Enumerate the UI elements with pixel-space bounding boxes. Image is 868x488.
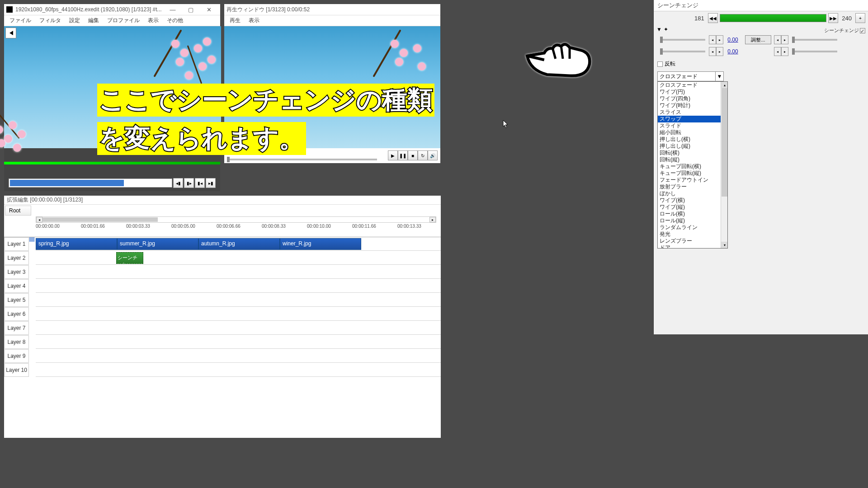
layer-row[interactable]: [36, 307, 441, 321]
transition-option[interactable]: ワイプ(円): [658, 89, 721, 95]
transition-option[interactable]: 回転(縦): [658, 156, 721, 163]
layer-row[interactable]: シーンチェン: [36, 251, 441, 265]
audio-button[interactable]: 🔊: [428, 150, 438, 160]
param2b-inc[interactable]: ▸: [781, 47, 788, 56]
layer-row[interactable]: spring_R.jpgsummer_R.jpgautumn_R.jpgwine…: [36, 237, 441, 251]
transition-select[interactable]: クロスフェード ▼: [657, 71, 724, 81]
dropdown-scrollbar[interactable]: ▴ ▾: [721, 82, 727, 248]
layer-header[interactable]: Layer 4: [4, 279, 29, 293]
pause-button[interactable]: ❚❚: [398, 150, 408, 160]
layer-row[interactable]: [36, 321, 441, 335]
reverse-checkbox[interactable]: [657, 61, 663, 67]
dropdown-icon[interactable]: ▼: [715, 72, 723, 81]
layer-row[interactable]: [36, 335, 441, 349]
param1-inc[interactable]: ▸: [716, 35, 723, 44]
transition-option[interactable]: クロスフェード: [658, 82, 721, 89]
transition-option[interactable]: ワイプ(時計): [658, 102, 721, 109]
scenechange-clip[interactable]: シーンチェン: [116, 252, 143, 264]
param2b-slider[interactable]: [792, 51, 837, 52]
goto-end-button[interactable]: ▸▮: [206, 178, 216, 188]
scroll-down-icon[interactable]: ▾: [721, 242, 728, 248]
transition-option[interactable]: 放射ブラー: [658, 183, 721, 190]
frame-add-button[interactable]: +: [855, 13, 865, 23]
layer-row[interactable]: [36, 293, 441, 307]
transition-option[interactable]: 発光: [658, 231, 721, 238]
transition-option[interactable]: 押し出し(縦): [658, 143, 721, 150]
param1-dec[interactable]: ◂: [709, 35, 716, 44]
prev-frame-button[interactable]: ◂▮: [173, 178, 183, 188]
transition-option[interactable]: フェードアウトイン: [658, 177, 721, 183]
menu-settings[interactable]: 設定: [66, 15, 84, 26]
reverse-row[interactable]: 反転: [654, 57, 868, 70]
timeline-ruler[interactable]: 00:00:00.0000:00:01.6600:00:03.3300:00:0…: [4, 224, 441, 237]
scroll-left-icon[interactable]: ◂: [36, 217, 42, 222]
param1-value[interactable]: 0.00: [723, 37, 742, 43]
minimize-button[interactable]: —: [164, 5, 182, 14]
menu-filter[interactable]: フィルタ: [36, 15, 65, 26]
layer-header[interactable]: Layer 2: [4, 251, 29, 265]
param1-slider[interactable]: [660, 39, 705, 41]
timeline-clip[interactable]: spring_R.jpg: [36, 238, 117, 250]
timeline-hscroll[interactable]: ◂ ▸: [36, 216, 436, 223]
timeline-clip[interactable]: autumn_R.jpg: [198, 238, 280, 250]
rewind-start-button[interactable]: [5, 28, 16, 38]
goto-start-button[interactable]: ▮◂: [195, 178, 205, 188]
menu-view[interactable]: 表示: [144, 15, 162, 26]
layer-header[interactable]: Layer 7: [4, 321, 29, 335]
transition-option[interactable]: ぼかし: [658, 190, 721, 197]
layer-header[interactable]: Layer 1: [4, 237, 29, 251]
layer-header[interactable]: Layer 9: [4, 349, 29, 363]
menu-play[interactable]: 再生: [226, 15, 244, 26]
layer-header[interactable]: Layer 6: [4, 307, 29, 321]
menu-edit[interactable]: 編集: [85, 15, 103, 26]
param2-slider[interactable]: [660, 51, 705, 52]
transition-option[interactable]: ワイプ(四角): [658, 95, 721, 102]
transition-option[interactable]: 縮小回転: [658, 129, 721, 136]
layer-row[interactable]: [36, 265, 441, 279]
param2-value[interactable]: 0.00: [723, 48, 742, 55]
layer-header[interactable]: Layer 10: [4, 363, 29, 377]
transition-option[interactable]: 押し出し(横): [658, 136, 721, 143]
transition-option[interactable]: ロール(縦): [658, 217, 721, 224]
timeline-clip[interactable]: summer_R.jpg: [117, 238, 198, 250]
frame-progress[interactable]: [720, 14, 827, 22]
transition-option[interactable]: 回転(横): [658, 150, 721, 156]
param1b-inc[interactable]: ▸: [781, 35, 788, 44]
timeline-clip[interactable]: winer_R.jpg: [280, 238, 361, 250]
scroll-up-icon[interactable]: ▴: [721, 82, 728, 88]
loop-button[interactable]: ↻: [418, 150, 428, 160]
param1b-dec[interactable]: ◂: [774, 35, 781, 44]
transition-option[interactable]: キューブ回転(縦): [658, 170, 721, 177]
next-frame-button[interactable]: ▮▸: [184, 178, 194, 188]
layer-header[interactable]: Layer 5: [4, 293, 29, 307]
scroll-right-icon[interactable]: ▸: [429, 217, 436, 222]
param2-dec[interactable]: ◂: [709, 47, 716, 56]
transition-option[interactable]: スライス: [658, 109, 721, 116]
play-button[interactable]: ▶: [388, 150, 398, 160]
frame-next-button[interactable]: ▶▶: [828, 13, 838, 23]
transition-option[interactable]: スワップ: [658, 116, 721, 122]
layer-row[interactable]: [36, 279, 441, 293]
layer-row[interactable]: [36, 363, 441, 377]
collapse-icon[interactable]: ▼: [656, 26, 662, 33]
menu-display[interactable]: 表示: [245, 15, 263, 26]
transition-option[interactable]: ドア: [658, 244, 721, 249]
layer-header[interactable]: Layer 3: [4, 265, 29, 279]
transition-option[interactable]: ワイプ(縦): [658, 204, 721, 211]
layer-row[interactable]: [36, 349, 441, 363]
transition-option[interactable]: レンズブラー: [658, 238, 721, 244]
enable-scenechange[interactable]: シーンチェンジ ✓: [824, 27, 865, 34]
playback-seek[interactable]: [227, 159, 377, 160]
layer-header[interactable]: Layer 8: [4, 335, 29, 349]
transition-option[interactable]: スライド: [658, 122, 721, 129]
param2-inc[interactable]: ▸: [716, 47, 723, 56]
param-button[interactable]: 調整...: [745, 35, 771, 44]
maximize-button[interactable]: ▢: [182, 5, 200, 14]
transition-option[interactable]: ワイプ(横): [658, 197, 721, 204]
root-button[interactable]: Root: [5, 206, 31, 216]
anim-icon[interactable]: ✦: [664, 26, 668, 33]
close-button[interactable]: ✕: [200, 5, 218, 14]
menu-file[interactable]: ファイル: [6, 15, 35, 26]
transition-option[interactable]: キューブ回転(横): [658, 163, 721, 170]
stop-button[interactable]: ■: [408, 150, 418, 160]
